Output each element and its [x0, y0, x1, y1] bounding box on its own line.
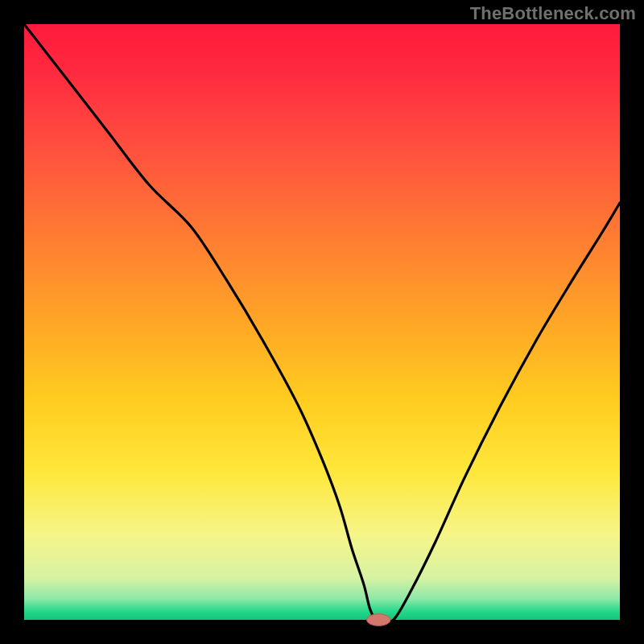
chart-svg — [0, 0, 644, 644]
watermark-label: TheBottleneck.com — [470, 3, 636, 24]
bottleneck-chart: TheBottleneck.com — [0, 0, 644, 644]
optimum-marker — [367, 614, 391, 626]
chart-plot-area — [24, 24, 620, 620]
